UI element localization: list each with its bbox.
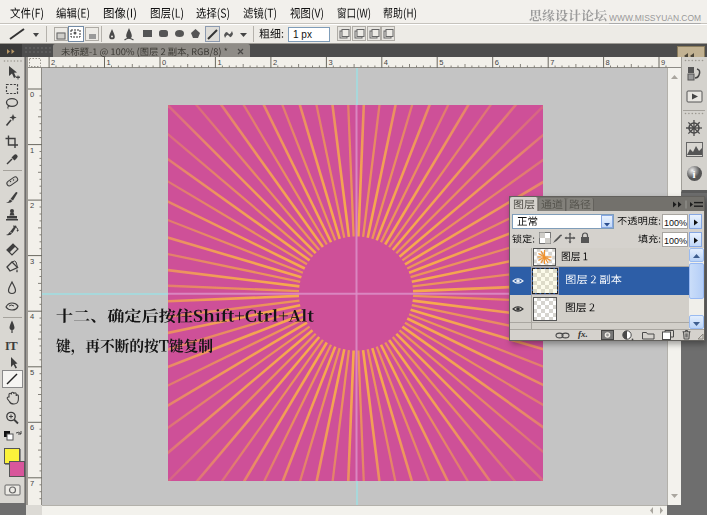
svg-text:T: T (9, 338, 18, 353)
svg-text:1: 1 (30, 146, 34, 155)
svg-text:6: 6 (495, 58, 499, 67)
svg-text:0: 0 (30, 90, 34, 99)
svg-text:1: 1 (217, 58, 221, 67)
svg-text:5: 5 (30, 368, 34, 377)
svg-text:2: 2 (30, 201, 34, 210)
svg-text:6: 6 (30, 423, 34, 432)
svg-text:5: 5 (439, 58, 443, 67)
svg-text:0: 0 (162, 58, 166, 67)
svg-text:3: 3 (30, 257, 34, 266)
svg-text:4: 4 (30, 312, 34, 321)
svg-text:2: 2 (273, 58, 277, 67)
svg-text:7: 7 (30, 479, 34, 488)
svg-text:i: i (693, 168, 696, 180)
svg-text:8: 8 (606, 58, 610, 67)
svg-text:4: 4 (384, 58, 388, 67)
svg-text:2: 2 (51, 58, 55, 67)
svg-text:3: 3 (328, 58, 332, 67)
svg-text:9: 9 (661, 58, 665, 67)
svg-text:1: 1 (107, 58, 111, 67)
svg-text:7: 7 (550, 58, 554, 67)
